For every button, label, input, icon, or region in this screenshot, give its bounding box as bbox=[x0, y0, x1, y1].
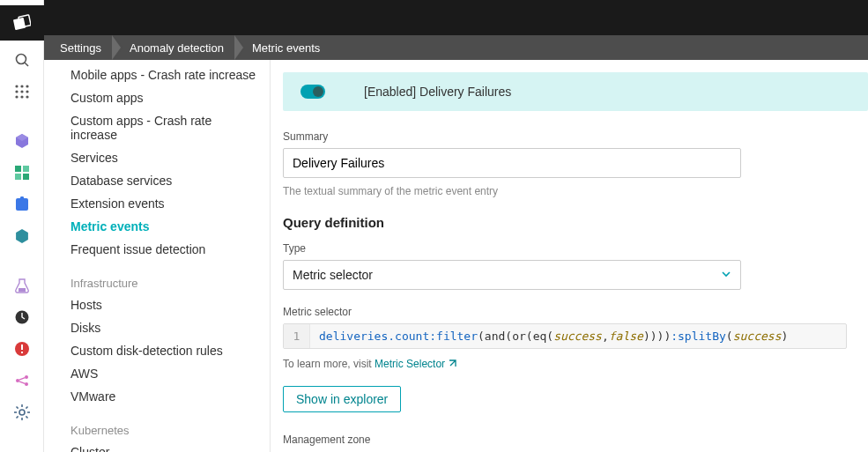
svg-line-28 bbox=[19, 382, 25, 384]
sidenav-item[interactable]: Custom apps - Crash rate increase bbox=[44, 109, 270, 146]
chevron-down-icon bbox=[721, 268, 731, 282]
logo-icon[interactable] bbox=[0, 5, 44, 41]
svg-point-24 bbox=[16, 379, 19, 382]
sidenav-item[interactable]: Custom disk-detection rules bbox=[44, 339, 270, 362]
enabled-banner: [Enabled] Delivery Failures bbox=[283, 72, 868, 111]
management-zone-label: Management zone bbox=[283, 433, 856, 446]
code-line-number: 1 bbox=[284, 324, 310, 348]
summary-input[interactable] bbox=[283, 148, 741, 178]
beaker-icon[interactable] bbox=[11, 275, 33, 296]
gear-icon[interactable] bbox=[11, 402, 33, 423]
svg-rect-19 bbox=[19, 288, 26, 292]
svg-point-10 bbox=[15, 95, 18, 98]
svg-point-7 bbox=[15, 90, 18, 93]
svg-point-25 bbox=[25, 375, 28, 379]
sidenav-item[interactable]: Cluster bbox=[44, 441, 270, 452]
enabled-toggle[interactable] bbox=[300, 85, 325, 99]
sidenav-item[interactable]: Frequent issue detection bbox=[44, 238, 270, 261]
metric-selector-label: Metric selector bbox=[283, 306, 856, 318]
type-select[interactable]: Metric selector bbox=[283, 260, 741, 290]
hex-icon[interactable] bbox=[11, 226, 33, 247]
apps-grid-icon[interactable] bbox=[11, 81, 33, 102]
cube-icon[interactable] bbox=[11, 130, 33, 152]
sidenav-item[interactable]: Database services bbox=[44, 169, 270, 192]
svg-line-35 bbox=[26, 416, 27, 418]
sidenav-item[interactable]: Extension events bbox=[44, 192, 270, 215]
svg-line-3 bbox=[25, 63, 28, 66]
alert-icon[interactable] bbox=[11, 338, 33, 359]
settings-sidenav: Mobile apps - Crash rate increase Custom… bbox=[44, 60, 271, 452]
summary-helper: The textual summary of the metric event … bbox=[283, 185, 856, 197]
summary-label: Summary bbox=[283, 130, 856, 143]
sidenav-item-metric-events[interactable]: Metric events bbox=[44, 215, 270, 238]
svg-rect-14 bbox=[23, 166, 29, 172]
svg-point-6 bbox=[26, 85, 28, 87]
puzzle-icon[interactable] bbox=[11, 194, 33, 215]
dashboard-icon[interactable] bbox=[11, 162, 33, 183]
svg-line-37 bbox=[26, 407, 27, 409]
svg-point-4 bbox=[15, 85, 18, 87]
svg-point-5 bbox=[20, 85, 23, 87]
breadcrumb-item[interactable]: Metric events bbox=[245, 35, 332, 60]
breadcrumb-item[interactable]: Anomaly detection bbox=[122, 35, 236, 60]
svg-rect-16 bbox=[23, 174, 29, 180]
topbar bbox=[44, 0, 868, 35]
clock-icon[interactable] bbox=[11, 307, 33, 328]
sidenav-item[interactable]: AWS bbox=[44, 362, 270, 385]
type-select-value: Metric selector bbox=[293, 268, 373, 282]
code-content[interactable]: deliveries.count:filter(and(or(eq(succes… bbox=[310, 324, 846, 348]
graph-icon[interactable] bbox=[11, 370, 33, 391]
svg-point-18 bbox=[19, 196, 23, 200]
sidenav-item[interactable]: Hosts bbox=[44, 293, 270, 316]
svg-point-11 bbox=[20, 95, 23, 98]
svg-point-8 bbox=[20, 90, 23, 93]
svg-rect-15 bbox=[15, 174, 21, 180]
svg-line-36 bbox=[16, 416, 18, 418]
svg-point-12 bbox=[26, 95, 28, 98]
sidenav-item[interactable]: Services bbox=[44, 146, 270, 169]
breadcrumb: Settings Anomaly detection Metric events bbox=[44, 35, 868, 60]
learn-more-text: To learn more, visit Metric Selector bbox=[283, 358, 856, 370]
svg-rect-22 bbox=[21, 345, 23, 350]
show-in-explorer-button[interactable]: Show in explorer bbox=[283, 386, 401, 412]
svg-line-34 bbox=[16, 407, 18, 409]
svg-rect-13 bbox=[15, 166, 21, 172]
sidenav-item[interactable]: Mobile apps - Crash rate increase bbox=[44, 63, 270, 86]
sidenav-item[interactable]: VMware bbox=[44, 385, 270, 408]
search-icon[interactable] bbox=[11, 49, 33, 70]
metric-selector-link[interactable]: Metric Selector bbox=[375, 358, 456, 370]
svg-point-9 bbox=[26, 90, 28, 93]
metric-selector-editor[interactable]: 1 deliveries.count:filter(and(or(eq(succ… bbox=[283, 323, 847, 349]
breadcrumb-item[interactable]: Settings bbox=[53, 35, 114, 60]
sidenav-item[interactable]: Disks bbox=[44, 316, 270, 339]
svg-point-29 bbox=[19, 410, 25, 415]
svg-point-2 bbox=[16, 55, 26, 64]
svg-line-27 bbox=[19, 378, 25, 381]
sidenav-item[interactable]: Custom apps bbox=[44, 86, 270, 109]
svg-point-26 bbox=[25, 382, 28, 386]
svg-rect-23 bbox=[21, 352, 23, 353]
query-definition-title: Query definition bbox=[283, 215, 856, 230]
sidenav-group-label: Kubernetes bbox=[44, 408, 270, 441]
sidenav-group-label: Infrastructure bbox=[44, 261, 270, 293]
icon-rail bbox=[0, 0, 44, 452]
enabled-banner-text: [Enabled] Delivery Failures bbox=[364, 85, 511, 99]
type-label: Type bbox=[283, 242, 856, 255]
content-pane: [Enabled] Delivery Failures Summary The … bbox=[271, 60, 868, 452]
